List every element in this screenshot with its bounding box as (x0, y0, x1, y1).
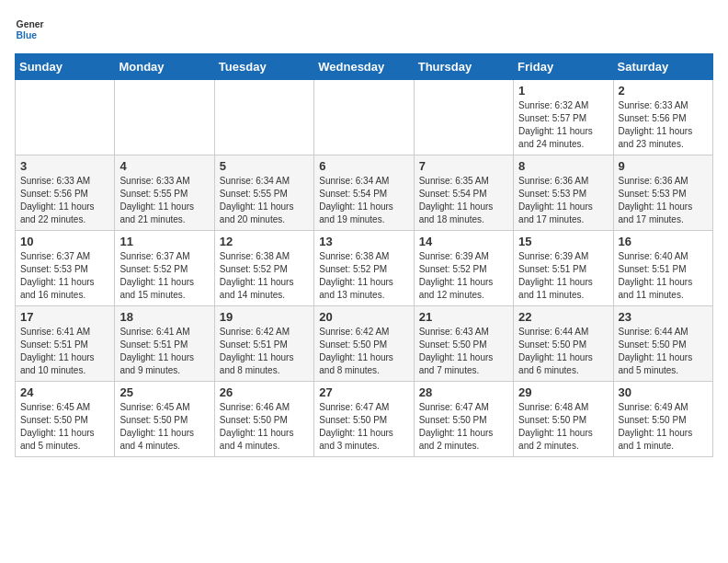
calendar-cell (16, 80, 115, 155)
calendar-week-5: 24Sunrise: 6:45 AM Sunset: 5:50 PM Dayli… (16, 382, 713, 457)
calendar-cell: 4Sunrise: 6:33 AM Sunset: 5:55 PM Daylig… (115, 155, 214, 231)
day-info: Sunrise: 6:48 AM Sunset: 5:50 PM Dayligh… (518, 401, 608, 453)
logo-icon: General Blue (15, 15, 44, 44)
calendar-cell: 25Sunrise: 6:45 AM Sunset: 5:50 PM Dayli… (115, 382, 214, 457)
day-info: Sunrise: 6:39 AM Sunset: 5:51 PM Dayligh… (518, 250, 608, 302)
day-info: Sunrise: 6:45 AM Sunset: 5:50 PM Dayligh… (119, 401, 209, 453)
day-info: Sunrise: 6:37 AM Sunset: 5:53 PM Dayligh… (20, 250, 109, 302)
day-number: 18 (119, 310, 209, 324)
day-number: 19 (220, 310, 309, 324)
day-info: Sunrise: 6:41 AM Sunset: 5:51 PM Dayligh… (20, 326, 109, 377)
calendar-cell: 29Sunrise: 6:48 AM Sunset: 5:50 PM Dayli… (514, 382, 613, 457)
day-number: 2 (619, 84, 708, 98)
svg-text:Blue: Blue (17, 30, 38, 40)
day-number: 16 (619, 235, 708, 248)
calendar-cell: 28Sunrise: 6:47 AM Sunset: 5:50 PM Dayli… (414, 382, 513, 457)
col-header-friday: Friday (514, 54, 613, 80)
day-number: 17 (20, 310, 109, 324)
day-number: 28 (419, 385, 508, 399)
calendar-cell: 14Sunrise: 6:39 AM Sunset: 5:52 PM Dayli… (414, 231, 513, 306)
calendar-cell: 27Sunrise: 6:47 AM Sunset: 5:50 PM Dayli… (314, 382, 414, 457)
day-info: Sunrise: 6:44 AM Sunset: 5:50 PM Dayligh… (619, 326, 708, 377)
calendar-cell: 19Sunrise: 6:42 AM Sunset: 5:51 PM Dayli… (214, 306, 313, 382)
day-info: Sunrise: 6:37 AM Sunset: 5:52 PM Dayligh… (119, 250, 209, 302)
day-info: Sunrise: 6:38 AM Sunset: 5:52 PM Dayligh… (319, 250, 408, 302)
calendar-cell: 5Sunrise: 6:34 AM Sunset: 5:55 PM Daylig… (214, 155, 313, 231)
calendar-week-3: 10Sunrise: 6:37 AM Sunset: 5:53 PM Dayli… (16, 231, 713, 306)
day-number: 9 (619, 159, 708, 173)
calendar-cell: 24Sunrise: 6:45 AM Sunset: 5:50 PM Dayli… (16, 382, 115, 457)
calendar-table: SundayMondayTuesdayWednesdayThursdayFrid… (15, 53, 713, 457)
calendar-week-2: 3Sunrise: 6:33 AM Sunset: 5:56 PM Daylig… (16, 155, 713, 231)
day-info: Sunrise: 6:44 AM Sunset: 5:50 PM Dayligh… (518, 326, 608, 377)
day-info: Sunrise: 6:46 AM Sunset: 5:50 PM Dayligh… (220, 401, 309, 453)
day-number: 26 (220, 385, 309, 399)
col-header-sunday: Sunday (16, 54, 115, 80)
day-number: 20 (319, 310, 408, 324)
day-number: 29 (518, 385, 608, 399)
calendar-cell: 6Sunrise: 6:34 AM Sunset: 5:54 PM Daylig… (314, 155, 414, 231)
col-header-thursday: Thursday (414, 54, 513, 80)
col-header-saturday: Saturday (613, 54, 712, 80)
page-header: General Blue (15, 15, 713, 44)
day-number: 30 (619, 385, 708, 399)
day-info: Sunrise: 6:45 AM Sunset: 5:50 PM Dayligh… (20, 401, 109, 453)
day-info: Sunrise: 6:47 AM Sunset: 5:50 PM Dayligh… (319, 401, 408, 453)
day-number: 13 (319, 235, 408, 248)
day-number: 3 (20, 159, 109, 173)
calendar-cell: 26Sunrise: 6:46 AM Sunset: 5:50 PM Dayli… (214, 382, 313, 457)
calendar-cell: 10Sunrise: 6:37 AM Sunset: 5:53 PM Dayli… (16, 231, 115, 306)
day-info: Sunrise: 6:40 AM Sunset: 5:51 PM Dayligh… (619, 250, 708, 302)
day-info: Sunrise: 6:36 AM Sunset: 5:53 PM Dayligh… (619, 175, 708, 226)
calendar-cell (314, 80, 414, 155)
day-number: 8 (518, 159, 608, 173)
calendar-week-4: 17Sunrise: 6:41 AM Sunset: 5:51 PM Dayli… (16, 306, 713, 382)
calendar-cell: 11Sunrise: 6:37 AM Sunset: 5:52 PM Dayli… (115, 231, 214, 306)
calendar-cell (214, 80, 313, 155)
day-number: 12 (220, 235, 309, 248)
day-info: Sunrise: 6:43 AM Sunset: 5:50 PM Dayligh… (419, 326, 508, 377)
day-info: Sunrise: 6:49 AM Sunset: 5:50 PM Dayligh… (619, 401, 708, 453)
day-number: 4 (119, 159, 209, 173)
calendar-cell: 1Sunrise: 6:32 AM Sunset: 5:57 PM Daylig… (514, 80, 613, 155)
day-info: Sunrise: 6:34 AM Sunset: 5:54 PM Dayligh… (319, 175, 408, 226)
day-info: Sunrise: 6:33 AM Sunset: 5:55 PM Dayligh… (119, 175, 209, 226)
day-info: Sunrise: 6:36 AM Sunset: 5:53 PM Dayligh… (518, 175, 608, 226)
calendar-week-1: 1Sunrise: 6:32 AM Sunset: 5:57 PM Daylig… (16, 80, 713, 155)
day-info: Sunrise: 6:39 AM Sunset: 5:52 PM Dayligh… (419, 250, 508, 302)
calendar-cell: 12Sunrise: 6:38 AM Sunset: 5:52 PM Dayli… (214, 231, 313, 306)
calendar-cell (115, 80, 214, 155)
day-info: Sunrise: 6:33 AM Sunset: 5:56 PM Dayligh… (619, 99, 708, 151)
day-number: 1 (518, 84, 608, 98)
day-number: 22 (518, 310, 608, 324)
logo: General Blue (15, 15, 44, 44)
day-info: Sunrise: 6:34 AM Sunset: 5:55 PM Dayligh… (220, 175, 309, 226)
day-info: Sunrise: 6:42 AM Sunset: 5:50 PM Dayligh… (319, 326, 408, 377)
calendar-cell: 16Sunrise: 6:40 AM Sunset: 5:51 PM Dayli… (613, 231, 712, 306)
day-number: 11 (119, 235, 209, 248)
calendar-cell: 21Sunrise: 6:43 AM Sunset: 5:50 PM Dayli… (414, 306, 513, 382)
day-info: Sunrise: 6:35 AM Sunset: 5:54 PM Dayligh… (419, 175, 508, 226)
calendar-cell: 7Sunrise: 6:35 AM Sunset: 5:54 PM Daylig… (414, 155, 513, 231)
calendar-cell: 8Sunrise: 6:36 AM Sunset: 5:53 PM Daylig… (514, 155, 613, 231)
calendar-cell: 20Sunrise: 6:42 AM Sunset: 5:50 PM Dayli… (314, 306, 414, 382)
day-number: 10 (20, 235, 109, 248)
calendar-cell: 3Sunrise: 6:33 AM Sunset: 5:56 PM Daylig… (16, 155, 115, 231)
day-number: 6 (319, 159, 408, 173)
day-info: Sunrise: 6:32 AM Sunset: 5:57 PM Dayligh… (518, 99, 608, 151)
svg-text:General: General (17, 19, 44, 29)
calendar-cell: 13Sunrise: 6:38 AM Sunset: 5:52 PM Dayli… (314, 231, 414, 306)
day-info: Sunrise: 6:41 AM Sunset: 5:51 PM Dayligh… (119, 326, 209, 377)
calendar-cell: 23Sunrise: 6:44 AM Sunset: 5:50 PM Dayli… (613, 306, 712, 382)
calendar-cell: 2Sunrise: 6:33 AM Sunset: 5:56 PM Daylig… (613, 80, 712, 155)
col-header-tuesday: Tuesday (214, 54, 313, 80)
day-number: 21 (419, 310, 508, 324)
day-info: Sunrise: 6:42 AM Sunset: 5:51 PM Dayligh… (220, 326, 309, 377)
day-number: 14 (419, 235, 508, 248)
day-number: 15 (518, 235, 608, 248)
day-number: 24 (20, 385, 109, 399)
calendar-cell: 22Sunrise: 6:44 AM Sunset: 5:50 PM Dayli… (514, 306, 613, 382)
calendar-cell: 30Sunrise: 6:49 AM Sunset: 5:50 PM Dayli… (613, 382, 712, 457)
calendar-cell: 15Sunrise: 6:39 AM Sunset: 5:51 PM Dayli… (514, 231, 613, 306)
day-info: Sunrise: 6:33 AM Sunset: 5:56 PM Dayligh… (20, 175, 109, 226)
